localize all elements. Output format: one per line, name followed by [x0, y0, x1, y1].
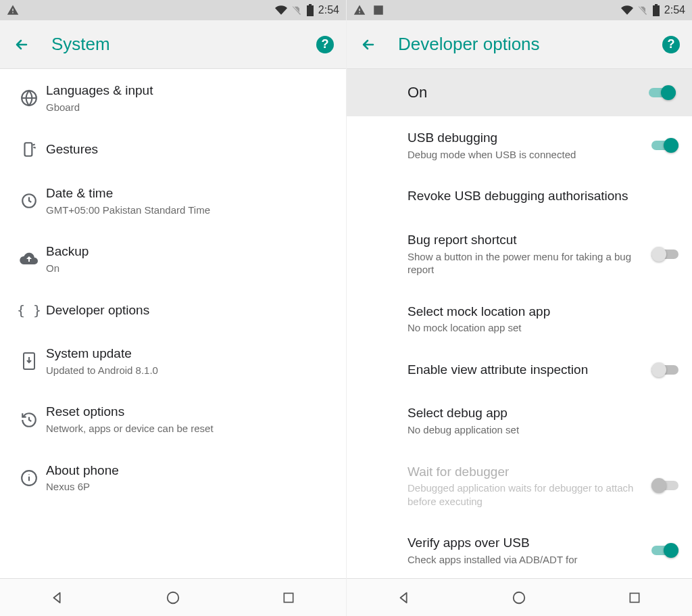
svg-rect-6	[284, 593, 293, 602]
row-gestures[interactable]: Gestures	[0, 127, 346, 172]
page-title: Developer options	[398, 34, 540, 55]
nav-home-button[interactable]	[510, 589, 528, 607]
row-title: Select mock location app	[407, 304, 670, 321]
row-sub: Show a button in the power menu for taki…	[407, 250, 643, 277]
status-bar: 2:54	[0, 0, 346, 20]
status-time: 2:54	[318, 4, 339, 16]
back-button[interactable]	[12, 35, 31, 54]
row-title: Enable view attribute inspection	[407, 362, 643, 379]
row-about-phone[interactable]: About phone Nexus 6P	[0, 449, 346, 507]
row-languages-input[interactable]: Languages & input Gboard	[0, 69, 346, 127]
row-title: Select debug app	[407, 405, 670, 422]
toggle-switch[interactable]	[651, 247, 678, 262]
system-settings-list: Languages & input Gboard Gestures Date &…	[0, 69, 346, 578]
row-title: Date & time	[46, 185, 324, 202]
row-revoke-usb-auth[interactable]: Revoke USB debugging authorisations	[347, 174, 692, 218]
no-sim-icon	[637, 5, 648, 16]
row-title: Revoke USB debugging authorisations	[407, 188, 670, 205]
row-title: Gestures	[46, 141, 324, 158]
row-sub: Nexus 6P	[46, 480, 324, 494]
row-sub: No mock location app set	[407, 321, 670, 335]
globe-icon	[12, 89, 46, 107]
battery-icon	[306, 4, 314, 16]
no-sim-icon	[291, 5, 302, 16]
row-sub: Network, apps or device can be reset	[46, 422, 324, 435]
row-verify-apps-over-usb[interactable]: Verify apps over USB Check apps installe…	[347, 521, 692, 569]
row-title: Developer options	[46, 302, 324, 319]
nav-back-button[interactable]	[395, 589, 413, 607]
battery-icon	[652, 4, 660, 16]
row-select-debug-app[interactable]: Select debug app No debug application se…	[347, 392, 692, 450]
row-select-mock-location[interactable]: Select mock location app No mock locatio…	[347, 290, 692, 348]
navigation-bar	[347, 578, 692, 616]
row-backup[interactable]: Backup On	[0, 230, 346, 288]
row-date-time[interactable]: Date & time GMT+05:00 Pakistan Standard …	[0, 172, 346, 230]
clock-icon	[12, 192, 46, 210]
row-title: System update	[46, 346, 324, 362]
row-title: About phone	[46, 463, 324, 479]
status-bar: 2:54	[347, 0, 692, 20]
header: System ?	[0, 20, 346, 69]
master-toggle-label: On	[407, 84, 427, 101]
navigation-bar	[0, 578, 346, 616]
screen-system: 2:54 System ? Languages & input Gboard	[0, 0, 346, 616]
warning-icon	[353, 4, 366, 16]
developer-options-list: On USB debugging Debug mode when USB is …	[347, 69, 692, 578]
toggle-switch	[651, 478, 678, 493]
row-developer-options[interactable]: { } Developer options	[0, 289, 346, 333]
row-sub: Debug mode when USB is connected	[407, 148, 643, 162]
nav-recent-button[interactable]	[626, 589, 643, 607]
row-reset-options[interactable]: Reset options Network, apps or device ca…	[0, 390, 346, 448]
toggle-switch[interactable]	[651, 362, 678, 377]
row-title: Reset options	[46, 404, 324, 421]
row-title: Backup	[46, 243, 324, 260]
warning-icon	[7, 4, 19, 16]
gesture-icon	[12, 141, 46, 158]
screen-developer-options: 2:54 Developer options ? On USB debuggin…	[346, 0, 692, 616]
row-sub: Updated to Android 8.1.0	[46, 364, 324, 377]
svg-point-7	[514, 592, 525, 603]
svg-point-5	[168, 592, 179, 603]
restore-icon	[12, 411, 46, 429]
wifi-icon	[621, 4, 633, 16]
master-toggle-row[interactable]: On	[347, 69, 692, 116]
row-sub: On	[46, 262, 324, 275]
row-sub: No debug application set	[407, 423, 670, 437]
status-time: 2:54	[664, 4, 685, 16]
page-title: System	[51, 34, 110, 55]
row-title: Verify apps over USB	[407, 535, 643, 552]
row-title: Languages & input	[46, 82, 324, 99]
row-sub: GMT+05:00 Pakistan Standard Time	[46, 204, 324, 217]
info-icon	[12, 469, 46, 487]
nav-back-button[interactable]	[49, 589, 66, 607]
svg-rect-1	[25, 143, 32, 156]
header: Developer options ?	[347, 20, 692, 69]
image-icon	[372, 4, 385, 16]
row-sub: Gboard	[46, 101, 324, 114]
row-title: Wait for debugger	[407, 464, 643, 481]
row-sub: Debugged application waits for debugger …	[407, 481, 643, 508]
toggle-switch[interactable]	[651, 138, 678, 153]
svg-rect-8	[630, 593, 639, 602]
help-button[interactable]: ?	[316, 36, 334, 53]
row-bug-report-shortcut[interactable]: Bug report shortcut Show a button in the…	[347, 218, 692, 290]
row-title: Bug report shortcut	[407, 232, 643, 249]
help-button[interactable]: ?	[662, 36, 680, 53]
row-title: USB debugging	[407, 130, 643, 147]
nav-home-button[interactable]	[164, 589, 182, 607]
back-button[interactable]	[359, 35, 378, 54]
system-update-icon	[12, 352, 46, 371]
nav-recent-button[interactable]	[280, 589, 297, 607]
row-sub: Check apps installed via ADB/ADT for	[407, 553, 643, 567]
master-toggle-switch[interactable]	[649, 85, 676, 100]
cloud-upload-icon	[12, 252, 46, 266]
wifi-icon	[275, 4, 287, 16]
toggle-switch[interactable]	[651, 543, 678, 558]
braces-icon: { }	[12, 302, 46, 318]
row-system-update[interactable]: System update Updated to Android 8.1.0	[0, 332, 346, 390]
row-usb-debugging[interactable]: USB debugging Debug mode when USB is con…	[347, 116, 692, 174]
row-view-attribute-inspection[interactable]: Enable view attribute inspection	[347, 348, 692, 392]
row-wait-for-debugger: Wait for debugger Debugged application w…	[347, 450, 692, 522]
